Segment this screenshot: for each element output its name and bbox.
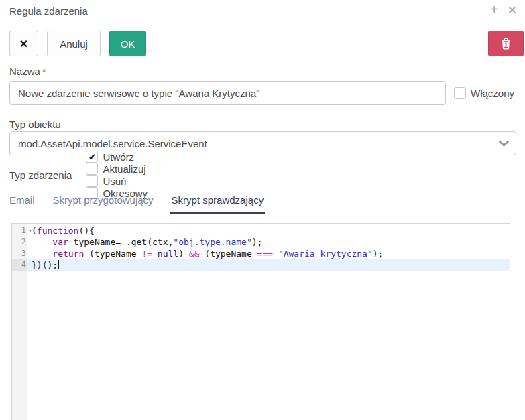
discard-button[interactable]: ✕	[9, 31, 38, 56]
code-token: (typeName	[84, 249, 141, 259]
event-type-option: ✔Utwórz	[86, 151, 148, 163]
code-text: (function(){	[27, 225, 510, 236]
add-icon[interactable]: +	[490, 3, 498, 16]
code-token: function	[37, 226, 79, 236]
required-asterisk: *	[42, 66, 46, 77]
name-input[interactable]	[9, 81, 446, 105]
event-type-checkbox-label[interactable]: Usuń	[103, 176, 126, 187]
delete-button[interactable]	[488, 31, 524, 56]
enabled-checkbox[interactable]	[454, 87, 466, 99]
line-number: 3	[12, 248, 27, 259]
code-text: var typeName=_.get(ctx,"obj.type.name");	[27, 236, 510, 248]
discard-x-icon: ✕	[19, 38, 28, 50]
code-token: &&	[189, 249, 200, 259]
code-line[interactable]: 3 return (typeName != null) && (typeName…	[12, 248, 510, 259]
event-type-row: Typ zdarzenia ✔UtwórzAktualizujUsuńOkres…	[9, 167, 525, 182]
code-lines: 1▾(function(){2 var typeName=_.get(ctx,"…	[12, 225, 510, 271]
object-type-select[interactable]: mod.AssetApi.model.service.ServiceEvent	[9, 131, 516, 155]
code-text: })();	[27, 259, 510, 271]
fold-arrow-icon[interactable]: ▾	[28, 225, 35, 236]
event-type-checkbox-2[interactable]	[86, 175, 98, 187]
event-type-options: ✔UtwórzAktualizujUsuńOkresowy	[86, 151, 166, 199]
event-rule-dialog: Reguła zdarzenia + ✕ ✕ Anuluj OK Nazwa* …	[0, 0, 525, 420]
event-type-label: Typ zdarzenia	[9, 169, 72, 181]
code-token: var	[52, 237, 68, 247]
code-token	[273, 249, 278, 259]
event-type-checkbox-label[interactable]: Aktualizuj	[103, 163, 145, 175]
object-type-label: Typ obiektu	[9, 119, 61, 130]
code-text: return (typeName != null) && (typeName =…	[27, 248, 510, 259]
line-number: 1▾	[12, 225, 27, 236]
code-line[interactable]: 4})();	[12, 259, 510, 271]
code-token: return	[52, 249, 84, 259]
tab-1[interactable]: Skrypt przygotowujący	[52, 193, 155, 214]
event-type-option: Usuń	[86, 175, 148, 187]
trash-icon	[501, 38, 511, 50]
code-token: !=	[141, 249, 152, 259]
code-token: )	[178, 249, 189, 259]
name-label: Nazwa*	[9, 66, 46, 77]
enabled-checkbox-label[interactable]: Włączony	[471, 88, 514, 99]
code-line[interactable]: 1▾(function(){	[12, 225, 510, 236]
code-token: null	[158, 249, 178, 259]
code-token	[32, 249, 52, 259]
chevron-down-icon	[491, 132, 516, 155]
code-token: })();	[32, 260, 58, 270]
code-token	[32, 237, 52, 247]
page-title: Reguła zdarzenia	[9, 5, 88, 17]
code-token: );	[373, 249, 384, 259]
event-type-option: Aktualizuj	[86, 163, 148, 175]
code-line[interactable]: 2 var typeName=_.get(ctx,"obj.type.name"…	[12, 236, 510, 248]
code-token: (typeName	[199, 249, 257, 259]
line-number: 2	[12, 236, 27, 248]
line-number: 4	[12, 259, 27, 271]
event-type-checkbox-0[interactable]: ✔	[86, 151, 98, 163]
code-token: "obj.type.name"	[173, 237, 251, 247]
script-tabs: EmailSkrypt przygotowującySkrypt sprawdz…	[0, 193, 525, 216]
code-token: );	[252, 237, 263, 247]
code-token: "Awaria krytyczna"	[278, 249, 373, 259]
event-type-checkbox-label[interactable]: Utwórz	[103, 151, 134, 163]
code-editor[interactable]: 1▾(function(){2 var typeName=_.get(ctx,"…	[11, 223, 510, 420]
tab-0[interactable]: Email	[8, 193, 36, 214]
event-type-checkbox-1[interactable]	[86, 163, 98, 175]
ok-button[interactable]: OK	[109, 31, 146, 56]
code-token	[152, 249, 158, 259]
code-token: (){	[78, 226, 94, 236]
tab-2[interactable]: Skrypt sprawdzający	[170, 193, 266, 214]
code-token: typeName=_.get(ctx,	[68, 237, 174, 247]
close-icon[interactable]: ✕	[508, 4, 517, 17]
code-token: ===	[257, 249, 273, 259]
text-cursor	[58, 260, 59, 269]
cancel-button[interactable]: Anuluj	[47, 31, 101, 56]
